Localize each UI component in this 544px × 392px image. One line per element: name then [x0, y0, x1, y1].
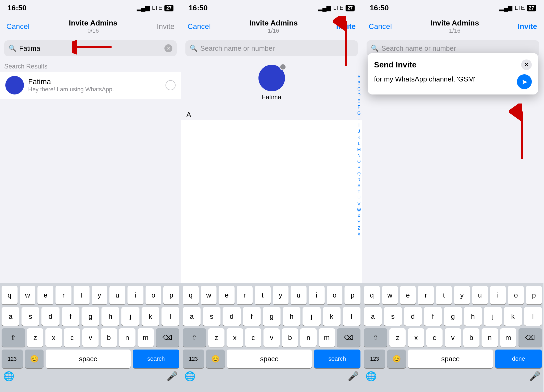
kb-key-k-1[interactable]: k	[142, 307, 159, 326]
kb-key-z-1[interactable]: z	[27, 328, 43, 347]
kb-shift-3[interactable]: ⇧	[364, 328, 387, 347]
kb-emoji-2[interactable]: 😊	[206, 350, 225, 368]
kb-key-y-1[interactable]: y	[92, 286, 108, 304]
kb-key-a-1[interactable]: a	[2, 307, 19, 326]
kb-key-b-2[interactable]: b	[282, 328, 298, 347]
cancel-button-2[interactable]: Cancel	[188, 22, 211, 31]
mic-icon-2[interactable]: 🎤	[348, 371, 359, 381]
kb-emoji-3[interactable]: 😊	[387, 350, 406, 368]
mic-icon-1[interactable]: 🎤	[167, 371, 178, 381]
kb-key-r-1[interactable]: r	[56, 286, 71, 304]
kb-key-e-2[interactable]: e	[219, 286, 235, 304]
kb-key-t-3[interactable]: t	[436, 286, 452, 304]
kb-key-f-1[interactable]: f	[62, 307, 79, 326]
kb-key-o-1[interactable]: o	[146, 286, 162, 304]
kb-key-q-3[interactable]: q	[364, 286, 380, 304]
kb-key-v-2[interactable]: v	[264, 328, 280, 347]
kb-key-q-2[interactable]: q	[183, 286, 199, 304]
kb-key-m-2[interactable]: m	[319, 328, 335, 347]
kb-key-g-3[interactable]: g	[444, 307, 462, 326]
kb-backspace-2[interactable]: ⌫	[337, 328, 360, 347]
kb-key-c-1[interactable]: c	[64, 328, 80, 347]
kb-key-s-3[interactable]: s	[384, 307, 402, 326]
kb-key-u-1[interactable]: u	[109, 286, 125, 304]
search-input-2[interactable]: Search name or number	[200, 44, 354, 53]
kb-key-j-3[interactable]: j	[484, 307, 502, 326]
globe-icon-1[interactable]: 🌐	[3, 371, 14, 381]
kb-search-1[interactable]: search	[133, 350, 179, 368]
kb-key-w-1[interactable]: w	[20, 286, 36, 304]
kb-backspace-3[interactable]: ⌫	[518, 328, 542, 347]
kb-key-h-3[interactable]: h	[464, 307, 482, 326]
invite-button-1[interactable]: Invite	[157, 22, 175, 31]
cancel-button-3[interactable]: Cancel	[369, 22, 392, 31]
kb-key-u-3[interactable]: u	[472, 286, 488, 304]
kb-key-o-3[interactable]: o	[508, 286, 524, 304]
kb-key-x-2[interactable]: x	[227, 328, 243, 347]
mic-icon-3[interactable]: 🎤	[529, 371, 540, 381]
kb-key-e-1[interactable]: e	[37, 286, 53, 304]
kb-shift-1[interactable]: ⇧	[2, 328, 25, 347]
kb-123-3[interactable]: 123	[364, 350, 385, 368]
kb-key-d-3[interactable]: d	[404, 307, 422, 326]
kb-key-e-3[interactable]: e	[400, 286, 416, 304]
kb-key-l-2[interactable]: l	[343, 307, 360, 326]
kb-key-m-1[interactable]: m	[138, 328, 154, 347]
kb-key-r-2[interactable]: r	[237, 286, 253, 304]
kb-key-i-2[interactable]: i	[309, 286, 325, 304]
kb-key-k-3[interactable]: k	[504, 307, 522, 326]
kb-key-j-2[interactable]: j	[303, 307, 320, 326]
kb-emoji-1[interactable]: 😊	[25, 350, 44, 368]
invite-button-3[interactable]: Invite	[518, 22, 537, 31]
modal-close-button[interactable]: ✕	[521, 59, 532, 70]
kb-space-2[interactable]: space	[227, 350, 312, 368]
kb-space-1[interactable]: space	[46, 350, 131, 368]
kb-key-n-2[interactable]: n	[300, 328, 316, 347]
kb-key-z-3[interactable]: z	[389, 328, 406, 347]
globe-icon-3[interactable]: 🌐	[366, 371, 377, 381]
kb-key-x-1[interactable]: x	[45, 328, 62, 347]
kb-key-f-3[interactable]: f	[424, 307, 442, 326]
kb-key-g-2[interactable]: g	[263, 307, 280, 326]
kb-key-h-2[interactable]: h	[283, 307, 300, 326]
kb-key-z-2[interactable]: z	[208, 328, 224, 347]
cancel-button-1[interactable]: Cancel	[6, 22, 29, 31]
kb-key-y-3[interactable]: y	[454, 286, 470, 304]
kb-key-o-2[interactable]: o	[327, 286, 343, 304]
kb-key-a-3[interactable]: a	[364, 307, 382, 326]
kb-key-q-1[interactable]: q	[2, 286, 18, 304]
contact-row-fatima-1[interactable]: Fatima Hey there! I am using WhatsApp.	[0, 72, 181, 99]
radio-btn-fatima-1[interactable]	[165, 80, 176, 90]
kb-key-i-3[interactable]: i	[490, 286, 506, 304]
modal-message[interactable]: for my WhatsApp channel, 'GSM'	[374, 74, 513, 84]
modal-send-button[interactable]: ➤	[517, 74, 532, 89]
kb-key-i-1[interactable]: i	[128, 286, 143, 304]
kb-key-f-2[interactable]: f	[243, 307, 261, 326]
kb-123-1[interactable]: 123	[2, 350, 23, 368]
kb-key-t-1[interactable]: t	[74, 286, 90, 304]
kb-key-v-3[interactable]: v	[445, 328, 461, 347]
kb-key-y-2[interactable]: y	[273, 286, 289, 304]
kb-key-r-3[interactable]: r	[418, 286, 434, 304]
kb-key-p-2[interactable]: p	[345, 286, 360, 304]
kb-space-3[interactable]: space	[408, 350, 493, 368]
kb-key-s-1[interactable]: s	[22, 307, 39, 326]
kb-key-d-2[interactable]: d	[223, 307, 240, 326]
kb-123-2[interactable]: 123	[183, 350, 204, 368]
kb-key-s-2[interactable]: s	[203, 307, 220, 326]
kb-key-g-1[interactable]: g	[82, 307, 99, 326]
kb-key-n-3[interactable]: n	[482, 328, 498, 347]
kb-key-j-1[interactable]: j	[121, 307, 139, 326]
kb-key-h-1[interactable]: h	[101, 307, 119, 326]
kb-key-p-3[interactable]: p	[526, 286, 542, 304]
globe-icon-2[interactable]: 🌐	[184, 371, 196, 381]
kb-key-x-3[interactable]: x	[408, 328, 424, 347]
kb-key-t-2[interactable]: t	[255, 286, 271, 304]
kb-key-p-1[interactable]: p	[163, 286, 179, 304]
kb-shift-2[interactable]: ⇧	[183, 328, 206, 347]
kb-key-d-1[interactable]: d	[41, 307, 59, 326]
kb-key-u-2[interactable]: u	[291, 286, 307, 304]
kb-key-b-1[interactable]: b	[101, 328, 117, 347]
kb-key-a-2[interactable]: a	[183, 307, 201, 326]
search-clear-1[interactable]: ✕	[164, 44, 172, 52]
